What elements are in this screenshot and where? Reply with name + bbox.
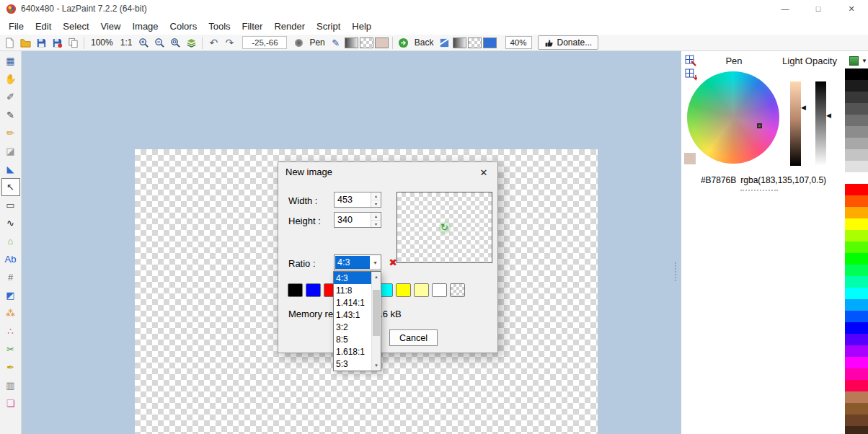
menu-item[interactable]: File xyxy=(3,19,30,34)
menu-item[interactable]: Select xyxy=(57,19,94,34)
ratio-option[interactable]: 4:3 xyxy=(334,272,371,284)
save-button[interactable] xyxy=(34,36,48,50)
color-wheel-marker[interactable] xyxy=(757,123,762,128)
opacity-marker-icon[interactable]: ◀ xyxy=(826,112,831,119)
tool-button[interactable]: ▥ xyxy=(1,376,20,394)
pen-texture-swatch[interactable] xyxy=(360,37,373,48)
tool-button[interactable]: ↖ xyxy=(1,178,20,196)
palette-color[interactable] xyxy=(845,172,868,184)
menu-item[interactable]: Script xyxy=(311,19,346,34)
width-value[interactable]: 453 xyxy=(335,192,371,207)
palette-color[interactable] xyxy=(845,357,868,368)
palette-color[interactable] xyxy=(845,207,868,218)
ratio-option[interactable]: 1.618:1 xyxy=(334,345,371,358)
tool-button[interactable]: ∿ xyxy=(1,214,20,232)
palette-color[interactable] xyxy=(845,345,868,357)
height-value[interactable]: 340 xyxy=(335,213,371,227)
preset-color-swatch[interactable] xyxy=(450,283,465,297)
palette-color[interactable] xyxy=(845,80,868,92)
tool-button[interactable]: ∴ xyxy=(1,322,20,340)
back-gradient-swatch[interactable] xyxy=(453,37,466,48)
preset-color-swatch[interactable] xyxy=(288,283,303,297)
dropdown-scrollbar[interactable]: ▲ ▼ xyxy=(371,272,381,371)
palette-color[interactable] xyxy=(845,403,868,415)
tool-button[interactable]: ✎ xyxy=(1,106,20,124)
minimize-icon[interactable]: — xyxy=(769,0,802,17)
palette-color[interactable] xyxy=(845,184,868,195)
lightness-marker-icon[interactable]: ◀ xyxy=(801,105,806,111)
zoom-original-button[interactable]: 100% xyxy=(88,36,116,50)
dialog-close-icon[interactable]: ✕ xyxy=(476,165,492,180)
tool-button[interactable]: ⌂ xyxy=(1,232,20,250)
palette-color[interactable] xyxy=(845,92,868,103)
palette-color[interactable] xyxy=(845,334,868,345)
copy-button[interactable] xyxy=(66,36,80,50)
brush-size-preview[interactable] xyxy=(291,36,306,50)
tool-button[interactable]: ◪ xyxy=(1,142,20,160)
tool-button[interactable]: ✏ xyxy=(1,124,20,142)
tool-button[interactable]: # xyxy=(1,268,20,286)
palette-color[interactable] xyxy=(845,253,868,265)
menu-item[interactable]: Help xyxy=(346,19,377,34)
palette-color[interactable] xyxy=(845,311,868,322)
width-spinbox[interactable]: 453 ▴ ▾ xyxy=(334,192,381,208)
back-texture-swatch[interactable] xyxy=(468,37,482,48)
ratio-option[interactable]: 3:2 xyxy=(334,321,371,333)
cancel-button[interactable]: Cancel xyxy=(389,329,438,346)
clear-ratio-icon[interactable]: ✖ xyxy=(386,255,399,270)
spin-down-icon[interactable]: ▾ xyxy=(371,221,381,228)
palette-color[interactable] xyxy=(845,138,868,149)
save-as-button[interactable] xyxy=(50,36,64,50)
tool-button[interactable]: ✒ xyxy=(1,358,20,376)
palette-menu-arrow-icon[interactable]: ▼ xyxy=(862,58,867,64)
tool-button[interactable]: Ab xyxy=(1,250,20,268)
preset-color-swatch[interactable] xyxy=(396,283,411,297)
tool-button[interactable]: ▦ xyxy=(1,52,20,70)
palette-color[interactable] xyxy=(845,299,868,311)
scroll-down-icon[interactable]: ▼ xyxy=(372,360,381,371)
pen-gradient-swatch[interactable] xyxy=(345,37,358,48)
tool-button[interactable]: ⁂ xyxy=(1,304,20,322)
back-fill-icon[interactable] xyxy=(437,36,451,50)
tool-button[interactable]: ✐ xyxy=(1,88,20,106)
spin-up-icon[interactable]: ▴ xyxy=(371,192,381,200)
layers-stack-icon[interactable] xyxy=(184,36,198,50)
palette-color[interactable] xyxy=(845,276,868,288)
menu-item[interactable]: View xyxy=(95,19,127,34)
tool-button[interactable]: ▭ xyxy=(1,196,20,214)
zoom-out-icon[interactable] xyxy=(152,36,167,50)
maximize-icon[interactable]: □ xyxy=(802,0,835,17)
open-file-button[interactable] xyxy=(18,36,32,50)
palette-color[interactable] xyxy=(845,161,868,172)
tool-button[interactable]: ✋ xyxy=(1,70,20,88)
palette-color[interactable] xyxy=(845,265,868,276)
zoom-fit-icon[interactable] xyxy=(168,36,182,50)
spin-up-icon[interactable]: ▴ xyxy=(371,213,381,221)
palette-color[interactable] xyxy=(845,380,868,391)
menu-item[interactable]: Edit xyxy=(30,19,57,34)
palette-color[interactable] xyxy=(845,195,868,207)
close-icon[interactable]: ✕ xyxy=(835,0,868,17)
zoom-1-1-button[interactable]: 1:1 xyxy=(118,36,136,50)
palette-menu-icon[interactable] xyxy=(849,56,859,66)
palette-color[interactable] xyxy=(845,126,868,138)
palette-color[interactable] xyxy=(845,415,868,426)
palette-color[interactable] xyxy=(845,368,868,380)
ratio-option[interactable]: 1.414:1 xyxy=(334,296,371,309)
opacity-spinbox[interactable]: 40% xyxy=(505,36,532,49)
ratio-option[interactable]: 5:3 xyxy=(334,358,371,370)
donate-button[interactable]: Donate... xyxy=(538,35,598,50)
chevron-down-icon[interactable]: ▾ xyxy=(370,255,381,270)
tool-button[interactable]: ◣ xyxy=(1,160,20,178)
palette-color[interactable] xyxy=(845,426,868,434)
current-color-swatch[interactable] xyxy=(684,153,696,164)
color-wheel[interactable] xyxy=(687,71,779,164)
palette-color[interactable] xyxy=(845,242,868,253)
back-color-swatch[interactable] xyxy=(483,37,497,48)
scroll-up-icon[interactable]: ▲ xyxy=(372,272,381,282)
tool-button[interactable]: ◩ xyxy=(1,286,20,304)
palette-color[interactable] xyxy=(845,322,868,334)
palette-color[interactable] xyxy=(845,230,868,242)
preset-color-swatch[interactable] xyxy=(306,283,321,297)
lightness-slider[interactable] xyxy=(790,81,801,166)
